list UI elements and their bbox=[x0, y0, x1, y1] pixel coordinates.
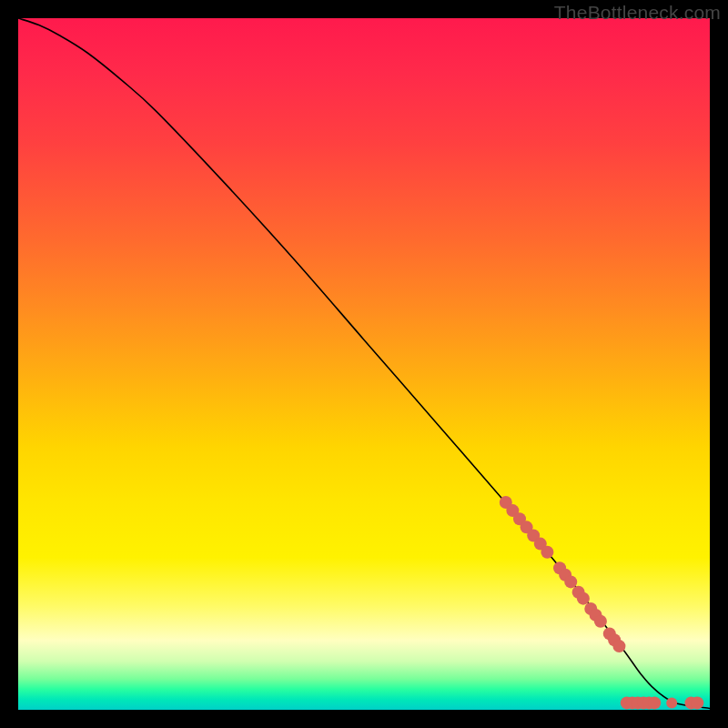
data-point bbox=[691, 696, 703, 709]
watermark-text: TheBottleneck.com bbox=[554, 2, 721, 24]
scatter-dots bbox=[500, 496, 704, 709]
data-point bbox=[612, 640, 625, 652]
chart-frame: TheBottleneck.com bbox=[0, 0, 728, 728]
data-point bbox=[541, 546, 553, 559]
data-point bbox=[594, 615, 607, 628]
curve-line bbox=[18, 18, 710, 708]
chart-overlay-svg bbox=[18, 18, 710, 710]
data-point bbox=[648, 696, 661, 709]
data-point bbox=[666, 697, 677, 708]
plot-area bbox=[18, 18, 710, 710]
data-point bbox=[577, 592, 590, 605]
data-point bbox=[564, 575, 577, 588]
